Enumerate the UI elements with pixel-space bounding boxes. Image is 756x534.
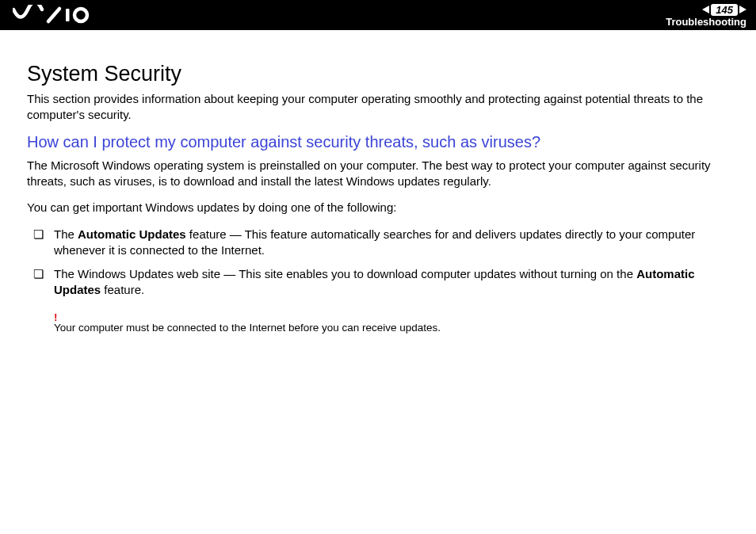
page-number: 145 (711, 4, 738, 16)
svg-rect-0 (66, 9, 70, 21)
page-content: System Security This section provides in… (0, 30, 756, 334)
important-note: ! Your computer must be connected to the… (27, 311, 729, 334)
list-item: The Windows Updates web site — This site… (27, 266, 729, 307)
note-text: Your computer must be connected to the I… (54, 322, 441, 334)
list-item: The Automatic Updates feature — This fea… (27, 227, 729, 267)
page-indicator: 145 (702, 4, 746, 16)
prev-page-arrow-icon[interactable] (702, 6, 709, 13)
answer-paragraph-2: You can get important Windows updates by… (27, 200, 729, 216)
next-page-arrow-icon[interactable] (739, 6, 746, 13)
intro-paragraph: This section provides information about … (27, 91, 729, 122)
header-nav: 145 Troubleshooting (666, 0, 746, 30)
bullet-list: The Automatic Updates feature — This fea… (27, 227, 729, 307)
faq-question: How can I protect my computer against se… (27, 133, 729, 151)
header-bar: 145 Troubleshooting (0, 0, 756, 30)
bold-term: Automatic Updates (78, 227, 186, 241)
text: The Windows Updates web site — This site… (54, 267, 636, 280)
text: feature. (101, 283, 144, 296)
vaio-logo (13, 5, 92, 25)
section-name: Troubleshooting (666, 17, 746, 27)
svg-point-1 (74, 9, 87, 21)
answer-paragraph-1: The Microsoft Windows operating system i… (27, 158, 729, 189)
page-title: System Security (27, 62, 729, 86)
text: The (54, 227, 78, 241)
